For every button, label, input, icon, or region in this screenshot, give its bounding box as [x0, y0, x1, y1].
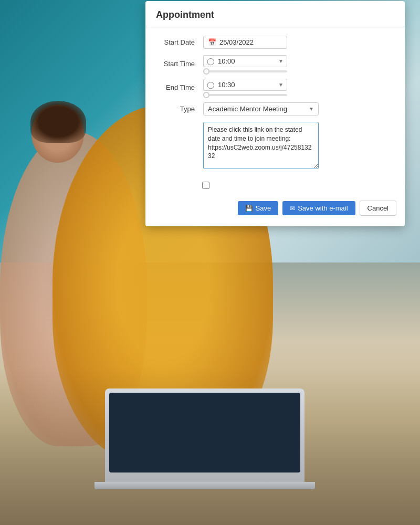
laptop-screen: [109, 393, 300, 472]
save-button[interactable]: 💾 Save: [238, 201, 279, 215]
type-select-wrapper[interactable]: Academic Mentor Meeting Tutorial Office …: [203, 102, 319, 116]
modal-footer: 💾 Save ✉ Save with e-mail Cancel: [145, 196, 405, 218]
end-time-slider-thumb: [203, 92, 209, 98]
email-icon: ✉: [290, 205, 295, 212]
notify-checkbox[interactable]: [202, 182, 209, 189]
save-button-label: Save: [256, 204, 271, 212]
type-select[interactable]: Academic Mentor Meeting Tutorial Office …: [208, 105, 309, 113]
start-date-input[interactable]: [219, 38, 272, 46]
start-time-label: Start Time: [156, 60, 203, 68]
start-date-row: Start Date 📅: [156, 36, 394, 49]
date-input-wrapper[interactable]: 📅: [203, 36, 287, 49]
end-time-slider[interactable]: [203, 94, 287, 96]
notes-row: Please click this link on the stated dat…: [156, 122, 394, 169]
laptop: [105, 388, 304, 483]
notes-textarea[interactable]: Please click this link on the stated dat…: [203, 122, 319, 169]
appointment-modal: Appointment Start Date 📅 Start Time ◯ 09…: [145, 1, 405, 226]
start-date-label: Start Date: [156, 38, 203, 46]
laptop-base: [94, 482, 315, 489]
clock-icon-end: ◯: [207, 81, 215, 89]
chevron-down-type-icon: ▼: [309, 106, 314, 112]
end-time-wrapper[interactable]: ◯ 10:00 10:30 11:00 11:30 12:00 ▼: [203, 79, 287, 91]
start-time-control: ◯ 09:00 09:30 10:00 10:30 11:00 ▼: [203, 55, 394, 72]
end-time-control: ◯ 10:00 10:30 11:00 11:30 12:00 ▼: [203, 79, 394, 96]
type-label: Type: [156, 105, 203, 113]
end-time-label: End Time: [156, 83, 203, 91]
notes-control: Please click this link on the stated dat…: [203, 122, 394, 169]
start-date-control: 📅: [203, 36, 394, 49]
type-row: Type Academic Mentor Meeting Tutorial Of…: [156, 102, 394, 116]
cancel-button[interactable]: Cancel: [360, 201, 396, 216]
start-time-select[interactable]: 09:00 09:30 10:00 10:30 11:00: [218, 57, 278, 65]
save-email-button-label: Save with e-mail: [298, 204, 348, 212]
type-control: Academic Mentor Meeting Tutorial Office …: [203, 102, 394, 116]
start-time-wrapper[interactable]: ◯ 09:00 09:30 10:00 10:30 11:00 ▼: [203, 55, 287, 67]
start-time-row: Start Time ◯ 09:00 09:30 10:00 10:30 11:…: [156, 55, 394, 72]
chevron-down-end-icon: ▼: [278, 82, 284, 88]
modal-body: Start Date 📅 Start Time ◯ 09:00 09:30 10…: [145, 27, 405, 182]
calendar-icon: 📅: [208, 38, 216, 46]
end-time-select[interactable]: 10:00 10:30 11:00 11:30 12:00: [218, 81, 278, 89]
notes-label: [156, 122, 203, 124]
end-time-row: End Time ◯ 10:00 10:30 11:00 11:30 12:00…: [156, 79, 394, 96]
save-email-button[interactable]: ✉ Save with e-mail: [282, 201, 355, 215]
start-time-slider-thumb: [203, 68, 209, 75]
start-time-slider[interactable]: [203, 70, 287, 72]
clock-icon-start: ◯: [207, 57, 215, 65]
chevron-down-start-icon: ▼: [278, 58, 284, 64]
save-icon: 💾: [245, 205, 253, 212]
hair-left: [30, 101, 86, 143]
cancel-button-label: Cancel: [368, 204, 388, 212]
modal-title: Appointment: [145, 1, 405, 27]
checkbox-row: [145, 182, 405, 189]
